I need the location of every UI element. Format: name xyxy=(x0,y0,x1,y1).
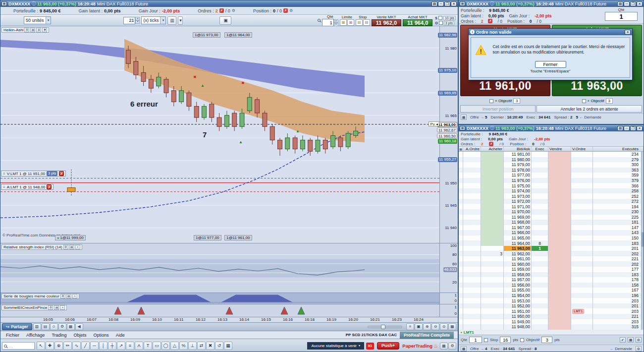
grid-icon[interactable]: ▦ xyxy=(628,337,634,343)
dom-aordre-cell[interactable] xyxy=(463,173,481,178)
dom-vordre-cell[interactable] xyxy=(571,225,593,231)
push-button[interactable]: Push+ xyxy=(377,342,399,350)
dom-price-cell[interactable]: 11 976,00 xyxy=(504,178,532,183)
window-menu-icon[interactable]: ▦ xyxy=(460,1,465,6)
collapse-icon[interactable]: ◀ xyxy=(75,323,83,330)
zoom-reset-icon[interactable]: ⊙ xyxy=(440,323,448,330)
dom-vordre-cell[interactable] xyxy=(571,168,593,173)
grid-icon[interactable]: ▦ xyxy=(67,323,75,330)
dom-price-cell[interactable]: 11 970,00 xyxy=(504,209,532,215)
dom-scrollbar[interactable] xyxy=(641,152,644,330)
ticks-input[interactable] xyxy=(123,17,135,24)
info-icon[interactable]: ⓘ xyxy=(490,1,494,6)
info-icon[interactable]: ⓘ xyxy=(32,1,36,6)
dom-vendre-cell[interactable] xyxy=(548,220,571,225)
dom-row[interactable]: 11 972,00272 xyxy=(459,199,644,204)
dom-acheter-cell[interactable] xyxy=(481,199,504,204)
cancel-orders-icon[interactable]: ✗ xyxy=(488,19,492,23)
hline-tool-icon[interactable]: ─ xyxy=(90,342,99,350)
dom-row[interactable]: 11 954,00196 xyxy=(459,293,644,298)
dom-exec-cell[interactable] xyxy=(532,272,548,278)
dom-vordre-cell[interactable] xyxy=(571,209,593,215)
dom-price-cell[interactable]: 11 959,00 xyxy=(504,267,532,272)
dom-acheter-cell[interactable] xyxy=(481,162,504,168)
dom-column-header[interactable]: A.Ordre xyxy=(463,147,481,151)
dom-price-cell[interactable]: 11 964,00 xyxy=(504,240,532,246)
dom-vordre-cell[interactable] xyxy=(571,251,593,256)
dom-acheter-cell[interactable] xyxy=(481,314,504,319)
order-tag[interactable]: ≡V:LMT 1 @ 11 951,003 pts✗ xyxy=(1,171,66,176)
indicator-list-icon[interactable]: ▤ xyxy=(30,28,35,32)
dom-aordre-cell[interactable] xyxy=(463,193,481,199)
dom-vordre-cell[interactable] xyxy=(571,283,593,288)
dom-aordre-cell[interactable] xyxy=(463,235,481,241)
dom-exec-cell[interactable] xyxy=(532,277,548,283)
dom-exec-cell[interactable] xyxy=(532,220,548,225)
lmt-order-badge[interactable]: LMT1 xyxy=(572,309,584,314)
spin-up-icon[interactable]: ▲ xyxy=(334,19,338,23)
dom-acheter-cell[interactable] xyxy=(481,324,504,330)
dom-exec-cell[interactable] xyxy=(532,162,548,168)
dom-row[interactable]: 11 964,008183 xyxy=(459,240,644,246)
dom-price-cell[interactable]: 11 969,00 xyxy=(504,215,532,220)
dom-aordre-cell[interactable] xyxy=(463,277,481,283)
tool-search-box[interactable]: … xyxy=(2,342,35,350)
sommet-close-icon[interactable]: × xyxy=(60,305,65,310)
dom-row[interactable]: 11 960,00202 xyxy=(459,261,644,267)
dom-acheter-cell[interactable] xyxy=(481,157,504,163)
dom-vendre-cell[interactable] xyxy=(548,215,571,220)
dom-vordre-cell[interactable] xyxy=(571,267,593,272)
dom-acheter-cell[interactable] xyxy=(481,277,504,283)
objectif-value[interactable]: 3 xyxy=(606,98,613,104)
fullscreen-icon[interactable]: ▣ xyxy=(415,323,423,330)
dom-exec-cell[interactable] xyxy=(532,199,548,204)
dom-acheter-cell[interactable] xyxy=(481,178,504,183)
freehand-tool-icon[interactable]: ∿ xyxy=(72,342,81,350)
rsi-chip[interactable]: Relative strength index (RSI) (14) ⚙ ▤ × xyxy=(1,244,82,250)
dom-exec-cell[interactable] xyxy=(532,324,548,330)
statistics-ticker[interactable]: Aucune statistique à venir▾ xyxy=(307,342,364,350)
dom-aordre-cell[interactable] xyxy=(463,162,481,168)
dom-vordre-cell[interactable] xyxy=(571,173,593,178)
watchlist-icon[interactable]: ▤ xyxy=(42,323,50,330)
rsi-list-icon[interactable]: ▤ xyxy=(69,245,74,249)
dom-aordre-cell[interactable] xyxy=(463,314,481,319)
dom-exec-cell[interactable] xyxy=(532,308,548,314)
dom-row[interactable]: 11 981,00234 xyxy=(459,152,644,157)
dom-row[interactable]: 11 949,00203 xyxy=(459,319,644,325)
dom-vendre-cell[interactable] xyxy=(548,319,571,325)
dom-price-cell[interactable]: 11 966,00 xyxy=(504,230,532,235)
chart-style-icon[interactable]: ▥ xyxy=(167,16,176,25)
dom-vendre-cell[interactable] xyxy=(548,157,571,163)
candlestick-chart[interactable] xyxy=(0,26,439,243)
dom-aordre-cell[interactable] xyxy=(463,251,481,256)
dom-column-header[interactable]: Exec xyxy=(532,147,548,151)
dom-aordre-cell[interactable] xyxy=(463,288,481,293)
dom-vordre-cell[interactable] xyxy=(571,272,593,278)
o-value[interactable]: 3 pts xyxy=(444,21,454,25)
confirm-icon[interactable]: ✔ xyxy=(620,337,626,343)
dom-vordre-cell[interactable] xyxy=(571,162,593,168)
serie-settings-icon[interactable]: ⚙ xyxy=(60,294,65,298)
dom-aordre-cell[interactable] xyxy=(463,246,481,251)
dom-vordre-cell[interactable] xyxy=(571,314,593,319)
dom-acheter-cell[interactable] xyxy=(481,225,504,231)
spin-up-icon[interactable]: ▲ xyxy=(135,17,140,20)
arrow-tool-icon[interactable]: ↗ xyxy=(117,342,125,350)
dom-aordre-cell[interactable] xyxy=(463,152,481,157)
rsi-close-icon[interactable]: × xyxy=(75,245,80,249)
zoom-out-icon[interactable]: ⊖ xyxy=(431,323,439,330)
dom-vordre-cell[interactable] xyxy=(571,204,593,209)
trendline-tool-icon[interactable]: ╱ xyxy=(81,342,90,350)
close-icon[interactable]: × xyxy=(637,126,643,131)
dom-row[interactable]: 11 967,00147 xyxy=(459,225,644,231)
chart-style-caret-icon[interactable]: ▾ xyxy=(178,16,183,25)
s-checkbox[interactable] xyxy=(438,16,442,20)
dom-acheter-cell[interactable] xyxy=(481,272,504,278)
dom-vordre-cell[interactable] xyxy=(571,199,593,204)
rsi-settings-icon[interactable]: ⚙ xyxy=(63,245,68,249)
limite-achat-button[interactable]: ⊞ xyxy=(340,19,347,26)
dom-exec-cell[interactable] xyxy=(532,288,548,293)
dom-vordre-cell[interactable] xyxy=(571,157,593,163)
triangle-tool-icon[interactable]: △ xyxy=(170,342,179,350)
